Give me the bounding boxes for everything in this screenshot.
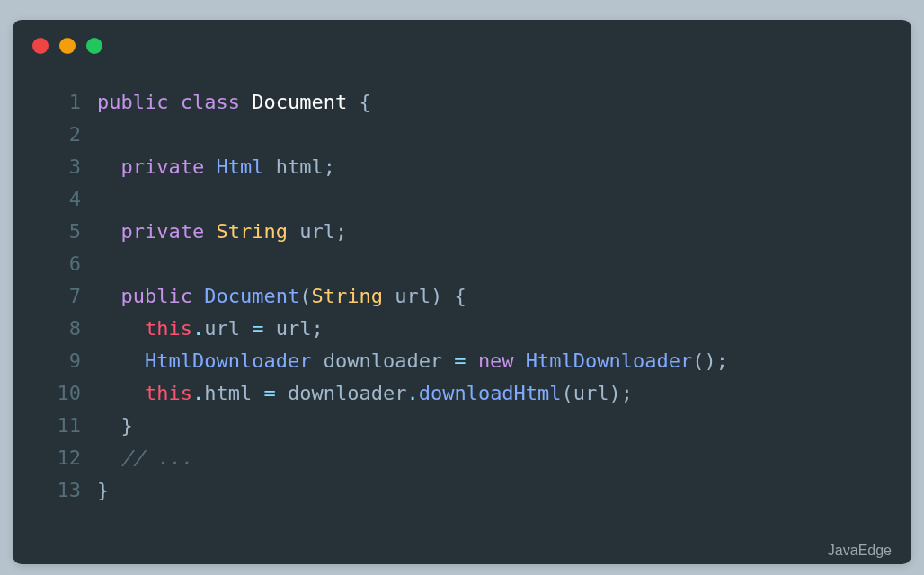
- line-number: 10: [49, 377, 81, 410]
- line-number: 11: [49, 410, 81, 442]
- code-window: 1public class Document {23 private Html …: [13, 20, 911, 564]
- line-number: 9: [49, 345, 81, 377]
- code-line: 2: [49, 119, 875, 151]
- line-number: 4: [49, 183, 81, 216]
- code-line: 6: [49, 248, 875, 280]
- code-line: 7 public Document(String url) {: [49, 280, 875, 313]
- code-line: 8 this.url = url;: [49, 313, 875, 345]
- line-number: 8: [49, 313, 81, 345]
- code-line: 1public class Document {: [49, 86, 875, 119]
- code-line: 13}: [49, 474, 875, 507]
- code-content: this.html = downloader.downloadHtml(url)…: [97, 377, 633, 410]
- watermark-label: JavaEdge: [828, 543, 892, 559]
- maximize-icon[interactable]: [86, 38, 102, 54]
- code-line: 12 // ...: [49, 442, 875, 474]
- line-number: 2: [49, 119, 81, 151]
- code-content: // ...: [97, 442, 192, 474]
- code-line: 3 private Html html;: [49, 151, 875, 183]
- code-line: 4: [49, 183, 875, 216]
- code-content: HtmlDownloader downloader = new HtmlDown…: [97, 345, 728, 377]
- line-number: 3: [49, 151, 81, 183]
- code-content: public class Document {: [97, 86, 371, 119]
- code-line: 11 }: [49, 410, 875, 442]
- line-number: 6: [49, 248, 81, 280]
- code-line: 10 this.html = downloader.downloadHtml(u…: [49, 377, 875, 410]
- code-content: private String url;: [97, 216, 347, 248]
- code-content: }: [97, 474, 109, 507]
- line-number: 12: [49, 442, 81, 474]
- window-title-bar: [13, 20, 911, 54]
- code-content: public Document(String url) {: [97, 280, 466, 313]
- line-number: 7: [49, 280, 81, 313]
- line-number: 5: [49, 216, 81, 248]
- minimize-icon[interactable]: [59, 38, 76, 54]
- code-content: private Html html;: [97, 151, 335, 183]
- code-content: }: [97, 410, 133, 442]
- close-icon[interactable]: [32, 38, 49, 54]
- line-number: 1: [49, 86, 81, 119]
- code-content: this.url = url;: [97, 313, 324, 345]
- line-number: 13: [49, 474, 81, 507]
- code-editor: 1public class Document {23 private Html …: [13, 54, 911, 507]
- code-line: 5 private String url;: [49, 216, 875, 248]
- code-line: 9 HtmlDownloader downloader = new HtmlDo…: [49, 345, 875, 377]
